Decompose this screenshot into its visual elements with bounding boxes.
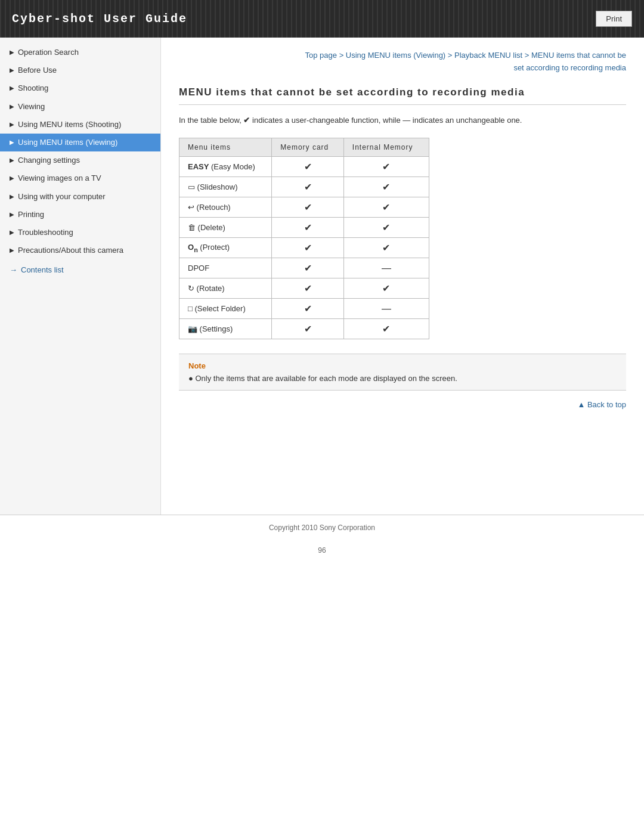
sidebar: ▶ Operation Search ▶ Before Use ▶ Shooti… <box>0 38 161 515</box>
sidebar-item-label: Using MENU items (Shooting) <box>18 119 121 130</box>
back-to-top-link[interactable]: ▲ Back to top <box>577 400 626 409</box>
breadcrumb-top[interactable]: Top page <box>305 51 338 60</box>
description-text: In the table below, ✔ indicates a user-c… <box>179 114 626 126</box>
back-to-top[interactable]: ▲ Back to top <box>179 400 626 409</box>
sidebar-item-label: Changing settings <box>18 155 80 166</box>
note-title: Note <box>188 361 617 370</box>
arrow-icon: ▶ <box>10 48 14 57</box>
arrow-icon: ▶ <box>10 210 14 219</box>
menu-item-settings: 📷 (Settings) <box>179 319 272 339</box>
memory-card-rotate: ✔ <box>272 278 344 299</box>
arrow-icon: ▶ <box>10 193 14 201</box>
sidebar-item-troubleshooting[interactable]: ▶ Troubleshooting <box>0 224 160 241</box>
sidebar-item-label: Using MENU items (Viewing) <box>18 137 117 148</box>
memory-card-dpof: ✔ <box>272 258 344 278</box>
internal-memory-slideshow: ✔ <box>343 177 429 197</box>
print-button[interactable]: Print <box>596 11 632 27</box>
menu-item-protect: On (Protect) <box>179 238 272 258</box>
internal-memory-delete: ✔ <box>343 218 429 238</box>
memory-card-select-folder: ✔ <box>272 299 344 319</box>
app-title: Cyber-shot User Guide <box>12 12 187 26</box>
page-number: 96 <box>0 540 644 561</box>
internal-memory-settings: ✔ <box>343 319 429 339</box>
menu-item-retouch: ↩ (Retouch) <box>179 197 272 218</box>
breadcrumb: Top page > Using MENU items (Viewing) > … <box>179 49 626 75</box>
sidebar-item-label: Shooting <box>18 83 48 94</box>
sidebar-item-viewing[interactable]: ▶ Viewing <box>0 98 160 116</box>
arrow-icon: ▶ <box>10 228 14 237</box>
content-area: Top page > Using MENU items (Viewing) > … <box>161 38 644 515</box>
sidebar-item-label: Before Use <box>18 65 57 76</box>
sidebar-item-label: Using with your computer <box>18 191 106 202</box>
arrow-right-icon: → <box>10 265 17 274</box>
arrow-icon: ▶ <box>10 246 14 255</box>
sidebar-item-precautions[interactable]: ▶ Precautions/About this camera <box>0 241 160 259</box>
table-row: ↻ (Rotate) ✔ ✔ <box>179 278 429 299</box>
internal-memory-rotate: ✔ <box>343 278 429 299</box>
menu-item-delete: 🗑 (Delete) <box>179 218 272 238</box>
arrow-icon: ▶ <box>10 156 14 165</box>
arrow-icon: ▶ <box>10 66 14 75</box>
sidebar-item-operation-search[interactable]: ▶ Operation Search <box>0 44 160 61</box>
internal-memory-select-folder: — <box>343 299 429 319</box>
sidebar-item-viewing-images-tv[interactable]: ▶ Viewing images on a TV <box>0 169 160 187</box>
internal-memory-easy: ✔ <box>343 157 429 177</box>
sidebar-item-label: Viewing images on a TV <box>18 173 101 184</box>
sidebar-item-using-computer[interactable]: ▶ Using with your computer <box>0 188 160 206</box>
menu-item-slideshow: ▭ (Slideshow) <box>179 177 272 197</box>
sidebar-item-printing[interactable]: ▶ Printing <box>0 206 160 224</box>
sidebar-item-label: Operation Search <box>18 47 79 58</box>
sidebar-item-label: Precautions/About this camera <box>18 245 123 256</box>
internal-memory-dpof: — <box>343 258 429 278</box>
note-text: ● Only the items that are available for … <box>188 374 617 383</box>
copyright-text: Copyright 2010 Sony Corporation <box>269 524 375 532</box>
page-title: MENU items that cannot be set according … <box>179 86 626 105</box>
table-row: ↩ (Retouch) ✔ ✔ <box>179 197 429 218</box>
sidebar-item-using-menu-viewing[interactable]: ▶ Using MENU items (Viewing) <box>0 134 160 151</box>
internal-memory-retouch: ✔ <box>343 197 429 218</box>
arrow-icon: ▶ <box>10 120 14 129</box>
sidebar-item-label: Troubleshooting <box>18 227 73 238</box>
contents-list-link[interactable]: → Contents list <box>0 259 160 280</box>
sidebar-item-shooting[interactable]: ▶ Shooting <box>0 79 160 97</box>
breadcrumb-using-menu-viewing[interactable]: Using MENU items (Viewing) <box>346 51 445 60</box>
sidebar-item-using-menu-shooting[interactable]: ▶ Using MENU items (Shooting) <box>0 116 160 134</box>
sidebar-item-before-use[interactable]: ▶ Before Use <box>0 61 160 79</box>
table-header-memory-card: Memory card <box>272 138 344 157</box>
main-layout: ▶ Operation Search ▶ Before Use ▶ Shooti… <box>0 38 644 515</box>
contents-list-label: Contents list <box>21 265 64 274</box>
breadcrumb-playback-menu-list[interactable]: Playback MENU list <box>454 51 522 60</box>
arrow-icon: ▶ <box>10 84 14 92</box>
memory-card-delete: ✔ <box>272 218 344 238</box>
breadcrumb-sep3: > <box>525 51 531 60</box>
arrow-icon: ▶ <box>10 138 14 147</box>
table-row: ▭ (Slideshow) ✔ ✔ <box>179 177 429 197</box>
breadcrumb-sep1: > <box>339 51 346 60</box>
sidebar-item-label: Printing <box>18 209 44 220</box>
breadcrumb-sep2: > <box>448 51 454 60</box>
table-row: On (Protect) ✔ ✔ <box>179 238 429 258</box>
footer: Copyright 2010 Sony Corporation <box>0 515 644 540</box>
table-row: 🗑 (Delete) ✔ ✔ <box>179 218 429 238</box>
memory-card-retouch: ✔ <box>272 197 344 218</box>
table-row: DPOF ✔ — <box>179 258 429 278</box>
table-row: □ (Select Folder) ✔ — <box>179 299 429 319</box>
arrow-icon: ▶ <box>10 103 14 111</box>
menu-item-select-folder: □ (Select Folder) <box>179 299 272 319</box>
header: Cyber-shot User Guide Print <box>0 0 644 38</box>
table-row: 📷 (Settings) ✔ ✔ <box>179 319 429 339</box>
menu-item-rotate: ↻ (Rotate) <box>179 278 272 299</box>
note-box: Note ● Only the items that are available… <box>179 354 626 391</box>
memory-card-settings: ✔ <box>272 319 344 339</box>
menu-table: Menu items Memory card Internal Memory E… <box>179 138 429 339</box>
table-row: EASY (Easy Mode) ✔ ✔ <box>179 157 429 177</box>
internal-memory-protect: ✔ <box>343 238 429 258</box>
sidebar-item-label: Viewing <box>18 101 45 112</box>
memory-card-easy: ✔ <box>272 157 344 177</box>
menu-item-dpof: DPOF <box>179 258 272 278</box>
arrow-icon: ▶ <box>10 174 14 182</box>
sidebar-item-changing-settings[interactable]: ▶ Changing settings <box>0 151 160 169</box>
memory-card-protect: ✔ <box>272 238 344 258</box>
table-header-menu-items: Menu items <box>179 138 272 157</box>
menu-item-easy: EASY (Easy Mode) <box>179 157 272 177</box>
